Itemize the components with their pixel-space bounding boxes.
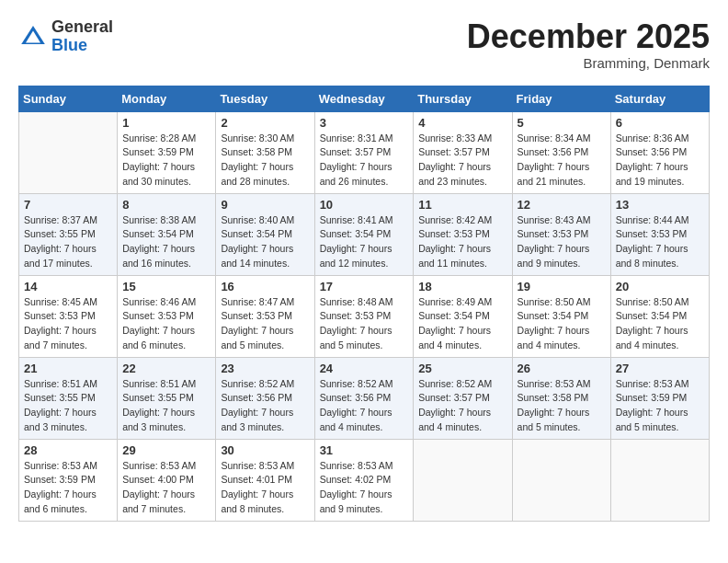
day-info: Sunrise: 8:53 AMSunset: 4:00 PMDaylight:… <box>122 459 210 517</box>
calendar-day-cell <box>512 439 610 521</box>
calendar-day-cell <box>414 439 512 521</box>
weekday-header-sunday: Sunday <box>19 86 118 111</box>
day-info: Sunrise: 8:34 AMSunset: 3:56 PMDaylight:… <box>518 132 606 190</box>
calendar-day-cell: 16Sunrise: 8:47 AMSunset: 3:53 PMDayligh… <box>216 275 314 357</box>
day-info: Sunrise: 8:51 AMSunset: 3:55 PMDaylight:… <box>122 377 210 435</box>
calendar-table: SundayMondayTuesdayWednesdayThursdayFrid… <box>18 86 710 522</box>
weekday-header-friday: Friday <box>512 86 610 111</box>
calendar-week-row: 14Sunrise: 8:45 AMSunset: 3:53 PMDayligh… <box>19 275 710 357</box>
day-info: Sunrise: 8:53 AMSunset: 4:02 PMDaylight:… <box>320 459 409 517</box>
calendar-day-cell: 18Sunrise: 8:49 AMSunset: 3:54 PMDayligh… <box>414 275 512 357</box>
day-info: Sunrise: 8:53 AMSunset: 3:58 PMDaylight:… <box>518 377 606 435</box>
calendar-day-cell: 3Sunrise: 8:31 AMSunset: 3:57 PMDaylight… <box>314 111 414 193</box>
calendar-day-cell: 4Sunrise: 8:33 AMSunset: 3:57 PMDaylight… <box>414 111 512 193</box>
calendar-week-row: 28Sunrise: 8:53 AMSunset: 3:59 PMDayligh… <box>19 439 710 521</box>
calendar-day-cell: 5Sunrise: 8:34 AMSunset: 3:56 PMDaylight… <box>512 111 610 193</box>
calendar-week-row: 7Sunrise: 8:37 AMSunset: 3:55 PMDaylight… <box>19 193 710 275</box>
day-number: 27 <box>616 362 704 375</box>
day-number: 5 <box>518 116 606 130</box>
day-number: 3 <box>320 116 409 130</box>
day-info: Sunrise: 8:49 AMSunset: 3:54 PMDaylight:… <box>418 295 506 353</box>
weekday-header-saturday: Saturday <box>610 86 709 111</box>
day-info: Sunrise: 8:31 AMSunset: 3:57 PMDaylight:… <box>320 132 409 190</box>
day-number: 25 <box>418 362 506 375</box>
calendar-day-cell: 29Sunrise: 8:53 AMSunset: 4:00 PMDayligh… <box>118 439 216 521</box>
day-number: 26 <box>518 362 606 375</box>
calendar-week-row: 21Sunrise: 8:51 AMSunset: 3:55 PMDayligh… <box>19 357 710 439</box>
calendar-day-cell: 12Sunrise: 8:43 AMSunset: 3:53 PMDayligh… <box>512 193 610 275</box>
calendar-day-cell: 31Sunrise: 8:53 AMSunset: 4:02 PMDayligh… <box>314 439 414 521</box>
weekday-header-wednesday: Wednesday <box>314 86 414 111</box>
calendar-day-cell: 14Sunrise: 8:45 AMSunset: 3:53 PMDayligh… <box>19 275 118 357</box>
day-number: 4 <box>418 116 506 130</box>
logo-general: General <box>51 18 113 37</box>
day-number: 10 <box>320 198 409 212</box>
day-number: 8 <box>122 198 210 212</box>
day-info: Sunrise: 8:46 AMSunset: 3:53 PMDaylight:… <box>122 295 210 353</box>
calendar-day-cell: 1Sunrise: 8:28 AMSunset: 3:59 PMDaylight… <box>118 111 216 193</box>
day-number: 7 <box>24 198 112 212</box>
day-info: Sunrise: 8:40 AMSunset: 3:54 PMDaylight:… <box>221 213 309 271</box>
calendar-day-cell: 2Sunrise: 8:30 AMSunset: 3:58 PMDaylight… <box>216 111 314 193</box>
day-number: 21 <box>24 362 112 375</box>
day-info: Sunrise: 8:53 AMSunset: 3:59 PMDaylight:… <box>616 377 704 435</box>
calendar-day-cell <box>610 439 709 521</box>
calendar-day-cell: 6Sunrise: 8:36 AMSunset: 3:56 PMDaylight… <box>610 111 709 193</box>
day-info: Sunrise: 8:50 AMSunset: 3:54 PMDaylight:… <box>616 295 704 353</box>
day-number: 20 <box>616 280 704 293</box>
day-info: Sunrise: 8:33 AMSunset: 3:57 PMDaylight:… <box>418 132 506 190</box>
day-number: 28 <box>24 443 112 457</box>
page-header: General Blue December 2025 Bramming, Den… <box>18 18 710 71</box>
calendar-day-cell: 22Sunrise: 8:51 AMSunset: 3:55 PMDayligh… <box>118 357 216 439</box>
calendar-day-cell: 13Sunrise: 8:44 AMSunset: 3:53 PMDayligh… <box>610 193 709 275</box>
day-info: Sunrise: 8:47 AMSunset: 3:53 PMDaylight:… <box>221 295 309 353</box>
logo-blue: Blue <box>51 37 113 55</box>
day-info: Sunrise: 8:51 AMSunset: 3:55 PMDaylight:… <box>24 377 112 435</box>
day-number: 23 <box>221 362 309 375</box>
day-number: 30 <box>221 443 309 457</box>
calendar-day-cell: 7Sunrise: 8:37 AMSunset: 3:55 PMDaylight… <box>19 193 118 275</box>
day-number: 13 <box>616 198 704 212</box>
logo: General Blue <box>18 18 113 55</box>
calendar-header-row: SundayMondayTuesdayWednesdayThursdayFrid… <box>19 86 710 111</box>
calendar-day-cell: 27Sunrise: 8:53 AMSunset: 3:59 PMDayligh… <box>610 357 709 439</box>
day-info: Sunrise: 8:45 AMSunset: 3:53 PMDaylight:… <box>24 295 112 353</box>
day-info: Sunrise: 8:37 AMSunset: 3:55 PMDaylight:… <box>24 213 112 271</box>
day-number: 2 <box>221 116 309 130</box>
calendar-day-cell: 21Sunrise: 8:51 AMSunset: 3:55 PMDayligh… <box>19 357 118 439</box>
calendar-day-cell: 26Sunrise: 8:53 AMSunset: 3:58 PMDayligh… <box>512 357 610 439</box>
calendar-day-cell: 28Sunrise: 8:53 AMSunset: 3:59 PMDayligh… <box>19 439 118 521</box>
calendar-day-cell: 25Sunrise: 8:52 AMSunset: 3:57 PMDayligh… <box>414 357 512 439</box>
weekday-header-tuesday: Tuesday <box>216 86 314 111</box>
day-info: Sunrise: 8:53 AMSunset: 3:59 PMDaylight:… <box>24 459 112 517</box>
day-number: 12 <box>518 198 606 212</box>
day-info: Sunrise: 8:48 AMSunset: 3:53 PMDaylight:… <box>320 295 409 353</box>
day-info: Sunrise: 8:52 AMSunset: 3:57 PMDaylight:… <box>418 377 506 435</box>
day-info: Sunrise: 8:41 AMSunset: 3:54 PMDaylight:… <box>320 213 409 271</box>
day-number: 29 <box>122 443 210 457</box>
calendar-day-cell: 23Sunrise: 8:52 AMSunset: 3:56 PMDayligh… <box>216 357 314 439</box>
title-block: December 2025 Bramming, Denmark <box>467 18 710 71</box>
day-number: 24 <box>320 362 409 375</box>
day-number: 22 <box>122 362 210 375</box>
day-info: Sunrise: 8:38 AMSunset: 3:54 PMDaylight:… <box>122 213 210 271</box>
calendar-day-cell: 30Sunrise: 8:53 AMSunset: 4:01 PMDayligh… <box>216 439 314 521</box>
logo-text: General Blue <box>51 18 113 55</box>
day-number: 14 <box>24 280 112 293</box>
calendar-day-cell: 10Sunrise: 8:41 AMSunset: 3:54 PMDayligh… <box>314 193 414 275</box>
day-info: Sunrise: 8:43 AMSunset: 3:53 PMDaylight:… <box>518 213 606 271</box>
calendar-day-cell: 9Sunrise: 8:40 AMSunset: 3:54 PMDaylight… <box>216 193 314 275</box>
calendar-day-cell: 20Sunrise: 8:50 AMSunset: 3:54 PMDayligh… <box>610 275 709 357</box>
calendar-week-row: 1Sunrise: 8:28 AMSunset: 3:59 PMDaylight… <box>19 111 710 193</box>
weekday-header-monday: Monday <box>118 86 216 111</box>
day-number: 31 <box>320 443 409 457</box>
location-subtitle: Bramming, Denmark <box>467 55 710 71</box>
day-number: 17 <box>320 280 409 293</box>
day-info: Sunrise: 8:42 AMSunset: 3:53 PMDaylight:… <box>418 213 506 271</box>
day-info: Sunrise: 8:44 AMSunset: 3:53 PMDaylight:… <box>616 213 704 271</box>
day-number: 11 <box>418 198 506 212</box>
calendar-day-cell <box>19 111 118 193</box>
day-number: 1 <box>122 116 210 130</box>
month-title: December 2025 <box>467 18 710 55</box>
calendar-day-cell: 15Sunrise: 8:46 AMSunset: 3:53 PMDayligh… <box>118 275 216 357</box>
